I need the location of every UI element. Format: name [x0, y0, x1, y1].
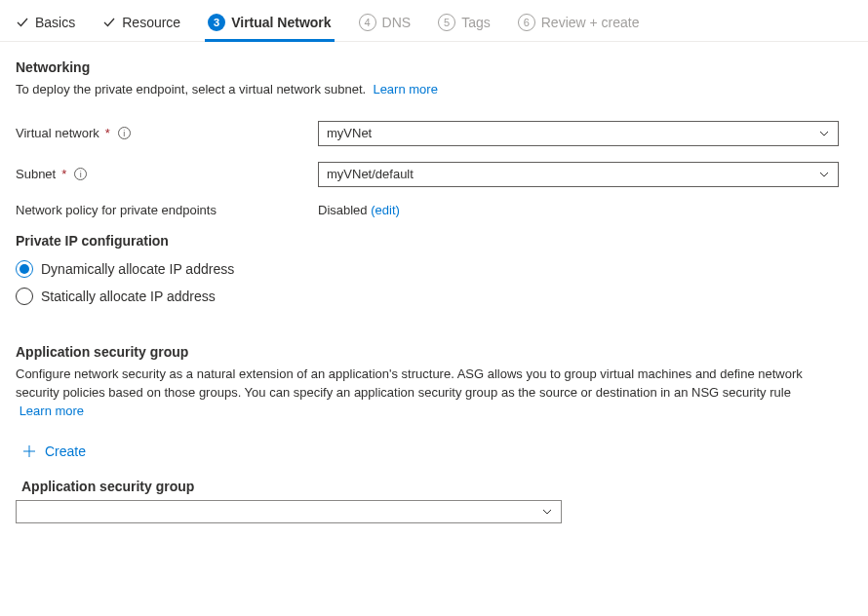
tab-resource[interactable]: Resource [102, 9, 180, 40]
tab-tags-label: Tags [461, 15, 491, 30]
plus-icon [21, 443, 37, 459]
tab-review-label: Review + create [541, 15, 640, 30]
radio-icon [16, 260, 33, 278]
tab-dns[interactable]: 4 DNS [359, 8, 412, 41]
radio-static[interactable]: Statically allocate IP address [16, 288, 852, 305]
asg-create-label: Create [45, 443, 86, 459]
asg-learn-more-link[interactable]: Learn more [20, 404, 84, 418]
vnet-select[interactable]: myVNet [318, 121, 839, 146]
tab-virtual-network-label: Virtual Network [231, 15, 331, 30]
step-badge-icon: 3 [208, 14, 225, 31]
chevron-down-icon [818, 128, 830, 139]
policy-edit-link[interactable]: (edit) [371, 203, 400, 217]
step-badge-icon: 6 [518, 14, 535, 31]
tab-virtual-network[interactable]: 3 Virtual Network [208, 8, 331, 41]
wizard-tabs: Basics Resource 3 Virtual Network 4 DNS … [0, 0, 868, 42]
networking-title: Networking [16, 59, 852, 75]
asg-create-button[interactable]: Create [18, 438, 90, 465]
required-indicator: * [105, 126, 110, 140]
tab-dns-label: DNS [382, 15, 412, 30]
vnet-row: Virtual network * i myVNet [16, 121, 852, 146]
tab-basics-label: Basics [35, 15, 75, 30]
policy-row: Network policy for private endpoints Dis… [16, 203, 852, 217]
step-badge-icon: 4 [359, 14, 376, 31]
subnet-select[interactable]: myVNet/default [318, 162, 839, 187]
radio-dynamic-label: Dynamically allocate IP address [41, 261, 234, 277]
checkmark-icon [16, 16, 29, 29]
vnet-select-value: myVNet [327, 126, 372, 140]
asg-desc: Configure network security as a natural … [16, 366, 825, 421]
networking-learn-more-link[interactable]: Learn more [373, 82, 437, 96]
tab-review[interactable]: 6 Review + create [518, 8, 640, 41]
chevron-down-icon [818, 169, 830, 180]
ipconfig-title: Private IP configuration [16, 233, 852, 249]
policy-label: Network policy for private endpoints [16, 203, 318, 217]
info-icon[interactable]: i [118, 127, 131, 139]
networking-desc: To deploy the private endpoint, select a… [16, 81, 825, 99]
radio-icon [16, 288, 33, 305]
tab-resource-label: Resource [122, 15, 180, 30]
vnet-label: Virtual network * i [16, 126, 318, 140]
info-icon[interactable]: i [74, 168, 87, 180]
policy-value: Disabled (edit) [318, 203, 400, 217]
asg-field-label: Application security group [21, 479, 852, 494]
tab-tags[interactable]: 5 Tags [438, 8, 491, 41]
required-indicator: * [61, 167, 66, 181]
checkmark-icon [102, 16, 116, 29]
radio-static-label: Statically allocate IP address [41, 289, 216, 304]
asg-select[interactable] [16, 500, 562, 523]
tab-basics[interactable]: Basics [16, 9, 75, 40]
subnet-row: Subnet * i myVNet/default [16, 162, 852, 187]
subnet-select-value: myVNet/default [327, 167, 414, 181]
subnet-label: Subnet * i [16, 167, 318, 181]
chevron-down-icon [541, 506, 553, 518]
asg-title: Application security group [16, 344, 852, 360]
radio-dynamic[interactable]: Dynamically allocate IP address [16, 260, 852, 278]
content-area: Networking To deploy the private endpoin… [0, 42, 868, 555]
step-badge-icon: 5 [438, 14, 455, 31]
